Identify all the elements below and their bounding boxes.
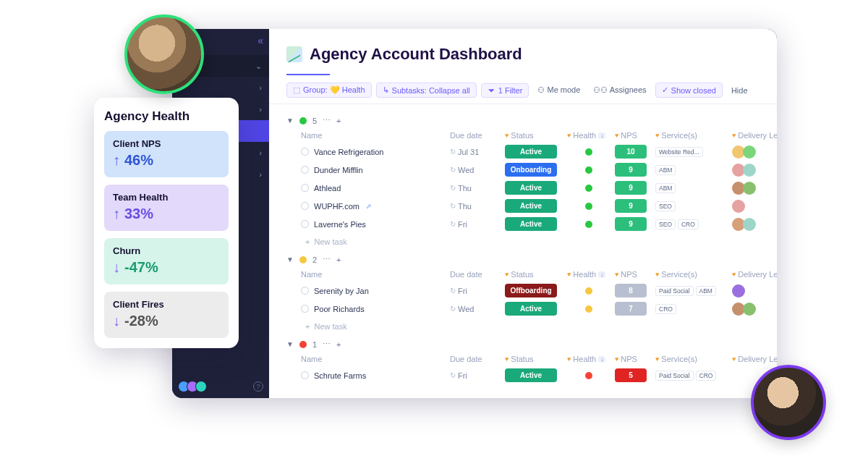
add-task-icon[interactable]: + — [336, 340, 341, 349]
task-row[interactable]: Vance Refrigeration ↻Jul 31 Active 10 We… — [286, 143, 760, 161]
due-date[interactable]: ↻Thu — [450, 184, 501, 193]
status-badge[interactable]: Onboarding — [505, 163, 557, 177]
group-header[interactable]: ▼ 5 ⋯ + — [286, 116, 760, 125]
lead-avatar[interactable] — [732, 200, 745, 213]
external-link-icon[interactable]: ⬀ — [366, 203, 372, 210]
presence-avatars[interactable] — [178, 381, 207, 392]
status-circle-icon[interactable] — [301, 305, 309, 313]
lead-avatar[interactable] — [743, 164, 756, 177]
health-dot[interactable] — [585, 185, 592, 192]
plus-icon: + — [305, 322, 310, 331]
health-dot[interactable] — [585, 166, 592, 174]
task-row[interactable]: Laverne's Pies ↻Fri Active 9 SEOCRO — [286, 215, 760, 233]
recur-icon: ↻ — [450, 202, 456, 210]
due-date[interactable]: ↻Wed — [450, 166, 501, 174]
health-dot[interactable] — [585, 148, 592, 156]
status-badge[interactable]: Active — [505, 145, 557, 159]
agency-health-card: Agency Health Client NPS ↑46% Team Healt… — [94, 98, 239, 348]
health-dot[interactable] — [585, 287, 592, 295]
status-circle-icon[interactable] — [301, 371, 309, 379]
status-badge[interactable]: Offboarding — [505, 284, 557, 297]
task-row[interactable]: Poor Richards ↻Wed Active 7 CRO — [286, 300, 760, 318]
nps-badge[interactable]: 9 — [615, 163, 647, 177]
status-badge[interactable]: Active — [505, 181, 557, 195]
service-tag[interactable]: ABM — [696, 286, 716, 296]
service-tag[interactable]: CRO — [678, 219, 699, 229]
subtasks-pill[interactable]: ↳Subtasks: Collapse all — [376, 83, 477, 98]
group-header[interactable]: ▼ 2 ⋯ + — [286, 255, 760, 264]
status-badge[interactable]: Active — [505, 368, 557, 382]
task-row[interactable]: Schrute Farms ↻Fri Active 5 Paid SocialC… — [286, 366, 760, 384]
task-row[interactable]: Athlead ↻Thu Active 9 ABM — [286, 179, 760, 197]
collapse-sidebar-icon[interactable]: « — [258, 35, 263, 46]
new-task-button[interactable]: +New task — [286, 233, 760, 250]
nps-badge[interactable]: 10 — [615, 145, 647, 159]
assignees-toggle[interactable]: ⚇⚇ Assignees — [589, 83, 650, 97]
more-icon[interactable]: ⋯ — [323, 116, 331, 125]
health-dot[interactable] — [585, 221, 592, 228]
caret-down-icon[interactable]: ▼ — [286, 117, 294, 124]
service-tag[interactable]: ABM — [655, 165, 676, 175]
nps-badge[interactable]: 9 — [615, 217, 647, 231]
service-tag[interactable]: SEO — [655, 201, 676, 211]
status-circle-icon[interactable] — [301, 287, 309, 295]
due-date[interactable]: ↻Wed — [450, 305, 501, 313]
lead-avatar[interactable] — [732, 284, 745, 297]
show-closed-pill[interactable]: ✓Show closed — [655, 83, 723, 98]
group-header[interactable]: ▼ 1 ⋯ + — [286, 339, 760, 349]
status-circle-icon[interactable] — [301, 148, 309, 156]
new-task-button[interactable]: +New task — [286, 318, 760, 335]
service-tag[interactable]: ABM — [655, 183, 676, 193]
arrow-down-icon: ↓ — [113, 259, 120, 276]
add-task-icon[interactable]: + — [336, 256, 341, 264]
caret-down-icon[interactable]: ▼ — [286, 256, 294, 263]
me-mode-toggle[interactable]: ⚇ Me mode — [533, 83, 584, 97]
service-tag[interactable]: SEO — [655, 219, 676, 229]
more-icon[interactable]: ⋯ — [323, 255, 331, 264]
lead-avatar[interactable] — [743, 218, 756, 231]
status-badge[interactable]: Active — [505, 302, 557, 316]
service-tag[interactable]: CRO — [696, 371, 717, 381]
add-task-icon[interactable]: + — [336, 117, 341, 125]
task-row[interactable]: Dunder Mifflin ↻Wed Onboarding 9 ABM — [286, 161, 760, 179]
arrow-up-icon: ↑ — [113, 152, 120, 169]
nps-badge[interactable]: 5 — [615, 368, 647, 382]
due-date[interactable]: ↻Thu — [450, 202, 501, 211]
health-dot[interactable] — [585, 372, 592, 379]
task-row[interactable]: Serenity by Jan ↻Fri Offboarding 8 Paid … — [286, 282, 760, 300]
lead-avatar[interactable] — [743, 303, 756, 316]
lead-avatar[interactable] — [743, 182, 756, 195]
due-date[interactable]: ↻Fri — [450, 287, 501, 295]
help-icon[interactable]: ? — [253, 381, 263, 392]
status-badge[interactable]: Active — [505, 217, 557, 231]
due-date[interactable]: ↻Fri — [450, 220, 501, 229]
task-name: Dunder Mifflin — [314, 166, 363, 174]
column-headers: Name Due date ♥ Status ♥ Health ↓ ♥ NPS … — [286, 267, 760, 282]
nps-badge[interactable]: 9 — [615, 181, 647, 195]
service-tag[interactable]: Paid Social — [655, 286, 694, 296]
status-circle-icon[interactable] — [301, 184, 309, 192]
status-circle-icon[interactable] — [301, 166, 309, 174]
filter-pill[interactable]: ⏷1 Filter — [481, 83, 529, 98]
status-circle-icon[interactable] — [301, 220, 309, 228]
hide-button[interactable]: Hide — [727, 84, 752, 97]
nps-badge[interactable]: 9 — [615, 199, 647, 213]
health-dot[interactable] — [585, 305, 592, 313]
metric-card: Churn ↓-47% — [104, 238, 229, 284]
service-tag[interactable]: CRO — [655, 304, 676, 314]
group-by-pill[interactable]: ⬚Group: 💛 Health — [286, 83, 372, 98]
nps-badge[interactable]: 7 — [615, 302, 647, 316]
task-row[interactable]: WUPHF.com⬀ ↻Thu Active 9 SEO — [286, 197, 760, 215]
status-badge[interactable]: Active — [505, 199, 557, 213]
metric-value: 46% — [124, 152, 153, 169]
due-date[interactable]: ↻Fri — [450, 371, 501, 380]
service-tag[interactable]: Paid Social — [655, 371, 694, 381]
health-dot[interactable] — [585, 203, 592, 210]
nps-badge[interactable]: 8 — [615, 284, 647, 297]
more-icon[interactable]: ⋯ — [323, 339, 331, 349]
status-circle-icon[interactable] — [301, 202, 309, 210]
lead-avatar[interactable] — [743, 145, 756, 159]
service-tag[interactable]: Website Red... — [655, 147, 703, 157]
due-date[interactable]: ↻Jul 31 — [450, 148, 501, 156]
caret-down-icon[interactable]: ▼ — [286, 340, 294, 348]
